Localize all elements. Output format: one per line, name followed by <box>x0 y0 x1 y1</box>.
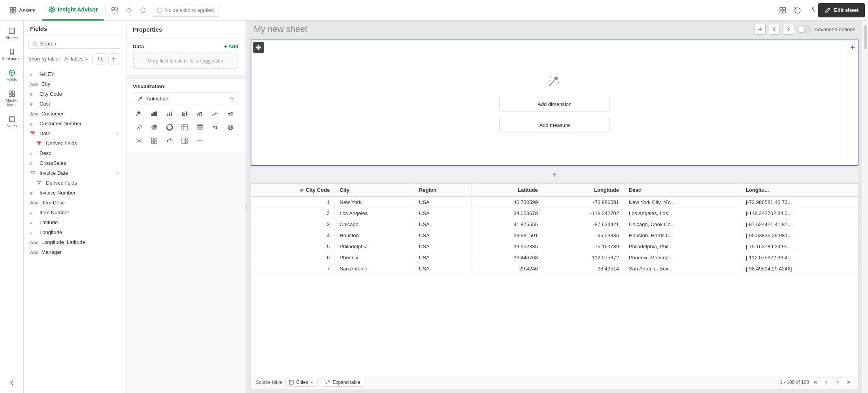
derived-fields-date[interactable]: 📅 Derived fields <box>24 138 126 148</box>
no-selections: No selections applied <box>152 4 219 17</box>
snap-btn[interactable] <box>122 3 136 17</box>
page-last-btn[interactable] <box>844 378 853 387</box>
page-first-btn[interactable] <box>811 378 820 387</box>
sidebar-back-btn[interactable] <box>2 376 22 390</box>
table-wrapper[interactable]: City Code City Region Latitude Longitude… <box>251 184 858 375</box>
viz-mekko-btn[interactable] <box>178 108 191 120</box>
viz-kpi-btn[interactable]: #1 <box>209 121 221 134</box>
edit-sheet-btn[interactable]: Edit sheet <box>818 3 865 17</box>
field-name: Item Desc <box>42 200 120 206</box>
redo-btn[interactable] <box>804 3 818 17</box>
right-scrollbar[interactable] <box>862 21 868 393</box>
viz-more-btn[interactable] <box>194 134 206 147</box>
col-longitu[interactable]: Longitu... <box>741 184 858 196</box>
add-measure-btn[interactable]: Add measure <box>499 118 610 132</box>
drop-zone[interactable]: Drop field to use or for a suggestion <box>133 53 238 69</box>
tab-insight-advisor[interactable]: Insight Advisor <box>42 0 104 21</box>
derived-fields-invoice[interactable]: 📅 Derived fields <box>24 178 126 188</box>
viz-grid-table-btn[interactable] <box>148 134 160 147</box>
viz-autochart-btn[interactable] <box>133 108 145 120</box>
expand-table-btn[interactable]: Expand table <box>321 378 364 387</box>
field-item-invoice-date[interactable]: 📅 Invoice Date <box>24 168 126 178</box>
svg-rect-46 <box>153 112 155 116</box>
search-table-btn[interactable] <box>95 53 106 64</box>
page-next-btn[interactable] <box>833 378 842 387</box>
page-prev-btn[interactable] <box>822 378 831 387</box>
viz-scatter-btn[interactable] <box>133 121 145 134</box>
add-sheet-btn[interactable] <box>755 24 766 35</box>
next-sheet-btn[interactable] <box>783 24 794 35</box>
field-item-customer[interactable]: Abc Customer <box>24 109 126 119</box>
field-name: Longitude <box>40 229 120 235</box>
col-region[interactable]: Region <box>414 184 472 196</box>
table-select-dropdown[interactable]: All tables <box>60 55 92 63</box>
sidebar-item-notes[interactable]: Notes <box>2 112 22 131</box>
refresh-btn[interactable] <box>136 3 150 17</box>
add-data-btn[interactable]: + Add <box>224 43 238 49</box>
col-desc[interactable]: Desc <box>624 184 741 196</box>
field-item-longitude[interactable]: # Longitude <box>24 227 126 237</box>
field-item-city[interactable]: Abc City <box>24 79 126 89</box>
viz-donut-btn[interactable] <box>163 121 176 134</box>
edit-sheet-label: Edit sheet <box>834 7 859 13</box>
advanced-options-toggle[interactable]: Advanced options <box>797 25 855 33</box>
search-input[interactable] <box>40 41 118 47</box>
viz-map-btn[interactable] <box>224 121 237 134</box>
toggle-switch[interactable] <box>797 25 811 33</box>
field-item-key[interactable]: # %KEY <box>24 69 126 79</box>
col-longitude[interactable]: Longitude <box>543 184 624 196</box>
viz-line-btn[interactable] <box>209 108 221 120</box>
field-item-latitude[interactable]: # Latitude <box>24 217 126 227</box>
grid-view-btn[interactable] <box>776 3 790 17</box>
autochart-selector[interactable]: Autochart <box>133 93 238 104</box>
move-handle[interactable] <box>253 42 264 53</box>
field-item-cost[interactable]: # Cost <box>24 99 126 109</box>
col-city-code[interactable]: City Code <box>251 184 335 196</box>
field-item-grosssales[interactable]: # GrossSales <box>24 158 126 168</box>
viz-combo-btn[interactable] <box>194 108 206 120</box>
viz-pie-btn[interactable] <box>148 121 160 134</box>
add-row-btn[interactable] <box>251 168 859 182</box>
viz-stacked-bar-btn[interactable] <box>163 108 176 120</box>
add-dimension-btn[interactable]: Add dimension <box>499 97 610 111</box>
fields-search[interactable] <box>28 39 121 49</box>
tab-assets[interactable]: Assets <box>3 0 42 21</box>
table-select-footer[interactable]: Cities <box>285 378 318 387</box>
field-item-desc[interactable]: # Desc <box>24 148 126 158</box>
col-city[interactable]: City <box>335 184 414 196</box>
field-name: GrossSales <box>40 160 120 166</box>
field-item-city-code[interactable]: # City Code <box>24 89 126 99</box>
notes-icon <box>8 115 16 123</box>
viz-table-btn[interactable] <box>194 121 206 134</box>
cell-desc: Phoenix, Maricop... <box>624 252 741 263</box>
field-item-date[interactable]: 📅 Date <box>24 128 126 138</box>
viz-network-btn[interactable] <box>133 134 145 147</box>
field-item-invoice-number[interactable]: # Invoice Number <box>24 188 126 198</box>
field-item-customer-number[interactable]: # Customer Number <box>24 119 126 128</box>
svg-line-84 <box>137 140 138 140</box>
table-row: 1 New York USA 40.730599 -73.986581 New … <box>251 196 858 208</box>
sidebar-item-sheets[interactable]: Sheets <box>2 24 22 43</box>
magic-wand-icon <box>137 95 143 102</box>
sidebar-item-bookmarks[interactable]: Bookmarks <box>2 45 22 64</box>
viz-waterfall-btn[interactable] <box>163 134 176 147</box>
sidebar-item-master-items[interactable]: Master items <box>2 87 22 110</box>
viz-treemap-btn[interactable] <box>178 134 191 147</box>
cell-longitude: -118.242702 <box>543 208 624 219</box>
field-item-longitude-latitude[interactable]: Abc Longitude_Latitude <box>24 237 126 247</box>
selection-mode-btn[interactable] <box>108 3 122 17</box>
sidebar-item-fields[interactable]: Fields <box>2 66 22 85</box>
field-item-item-number[interactable]: # Item Number <box>24 208 126 217</box>
add-table-btn[interactable] <box>108 53 119 64</box>
viz-pivot-btn[interactable] <box>178 121 191 134</box>
col-latitude[interactable]: Latitude <box>471 184 543 196</box>
cell-city: Philadelphia <box>335 241 414 252</box>
undo-btn[interactable] <box>790 3 804 17</box>
field-item-item-desc[interactable]: Abc Item Desc <box>24 198 126 208</box>
cell-latitude: 29.4246 <box>471 263 543 274</box>
field-item-manager[interactable]: Abc Manager <box>24 247 126 257</box>
add-chart-col-btn[interactable] <box>848 43 857 52</box>
viz-area-btn[interactable] <box>224 108 237 120</box>
prev-sheet-btn[interactable] <box>769 24 780 35</box>
viz-bar-btn[interactable] <box>148 108 160 120</box>
